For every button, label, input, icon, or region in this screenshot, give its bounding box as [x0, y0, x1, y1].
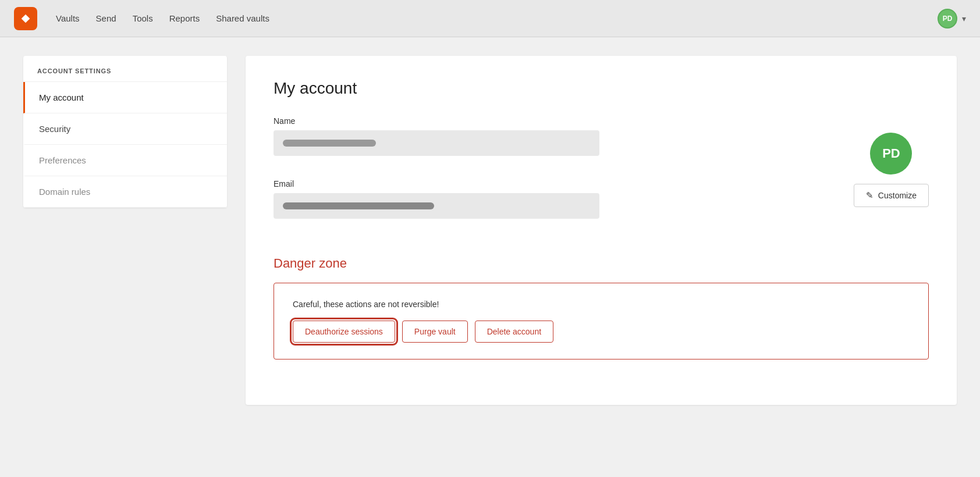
top-navigation: Vaults Send Tools Reports Shared vaults … — [0, 0, 980, 37]
avatar-section: PD ✎ Customize — [854, 116, 929, 207]
name-label: Name — [274, 116, 830, 126]
name-blurred-value — [283, 140, 376, 147]
nav-vaults[interactable]: Vaults — [56, 11, 80, 26]
content-area: My account Name Email — [246, 56, 957, 405]
danger-warning-text: Careful, these actions are not reversibl… — [293, 300, 910, 309]
name-field-section: Name — [274, 116, 830, 156]
page-title: My account — [274, 79, 929, 98]
account-form-row: Name Email PD ✎ Customize — [274, 116, 929, 242]
form-fields: Name Email — [274, 116, 830, 242]
logo-icon[interactable] — [14, 7, 37, 30]
email-value — [274, 193, 599, 219]
sidebar-heading: ACCOUNT SETTINGS — [23, 56, 227, 82]
deauthorize-sessions-button[interactable]: Deauthorize sessions — [293, 321, 395, 343]
email-label: Email — [274, 179, 830, 188]
sidebar-item-my-account[interactable]: My account — [23, 82, 227, 113]
danger-zone-title: Danger zone — [274, 256, 929, 271]
delete-account-button[interactable]: Delete account — [475, 321, 553, 343]
sidebar-item-domain-rules[interactable]: Domain rules — [23, 176, 227, 208]
name-value — [274, 130, 599, 156]
danger-actions: Deauthorize sessions Purge vault Delete … — [293, 321, 910, 343]
user-avatar-nav[interactable]: PD — [938, 9, 957, 29]
nav-reports[interactable]: Reports — [169, 11, 200, 26]
avatar: PD — [870, 133, 912, 175]
edit-icon: ✎ — [866, 190, 874, 201]
danger-zone-box: Careful, these actions are not reversibl… — [274, 283, 929, 359]
sidebar: ACCOUNT SETTINGS My account Security Pre… — [23, 56, 227, 208]
danger-zone-section: Danger zone Careful, these actions are n… — [274, 256, 929, 359]
purge-vault-button[interactable]: Purge vault — [402, 321, 468, 343]
main-container: ACCOUNT SETTINGS My account Security Pre… — [0, 37, 980, 423]
customize-button[interactable]: ✎ Customize — [854, 184, 929, 207]
nav-tools[interactable]: Tools — [133, 11, 153, 26]
email-field-section: Email — [274, 179, 830, 219]
email-blurred-value — [283, 202, 434, 209]
nav-send[interactable]: Send — [96, 11, 116, 26]
nav-links: Vaults Send Tools Reports Shared vaults — [56, 11, 919, 26]
chevron-down-icon[interactable]: ▾ — [962, 14, 966, 23]
nav-right: PD ▾ — [938, 9, 966, 29]
nav-shared-vaults[interactable]: Shared vaults — [216, 11, 269, 26]
sidebar-item-security[interactable]: Security — [23, 113, 227, 145]
customize-label: Customize — [878, 191, 917, 200]
sidebar-item-preferences[interactable]: Preferences — [23, 145, 227, 176]
